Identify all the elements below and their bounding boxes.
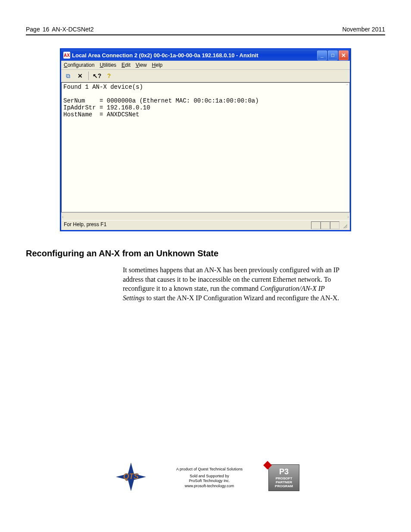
output-text: Found 1 AN-X device(s) SerNum = 0000000a… [62, 83, 349, 119]
menu-edit[interactable]: Edit [121, 62, 131, 68]
close-button[interactable]: ✕ [339, 50, 349, 60]
toolbar-separator [88, 72, 89, 80]
titlebar[interactable]: AX Local Area Connection 2 (0x2) 00-0c-1… [61, 50, 350, 61]
status-pane [311, 221, 321, 229]
menubar: Configuration Utilities Edit View Help [61, 61, 350, 70]
footer-line: www.prosoft-technology.com [176, 484, 243, 489]
scroll-left-icon[interactable]: ‹ [62, 214, 64, 219]
page-label: Page [26, 26, 40, 33]
app-window: AX Local Area Connection 2 (0x2) 00-0c-1… [60, 48, 351, 231]
scroll-right-icon[interactable]: › [347, 214, 349, 219]
doc-title: AN-X-DCSNet2 [52, 26, 93, 33]
app-icon: AX [63, 52, 70, 59]
footer-text: A product of Quest Technical Solutions S… [176, 467, 243, 489]
page-number: 16 [43, 26, 50, 33]
horizontal-scrollbar[interactable]: ‹ › [61, 212, 350, 220]
page-date: November 2011 [342, 26, 385, 33]
window-title: Local Area Connection 2 (0x2) 00-0c-1a-0… [72, 52, 315, 59]
menu-configuration[interactable]: Configuration [64, 62, 94, 68]
para-text: to start the AN-X IP Configuration Wizar… [145, 294, 339, 302]
menu-utilities[interactable]: Utilities [100, 62, 116, 68]
qts-logo: QTS [112, 462, 150, 494]
prosoft-partner-logo: P3 PROSOFT PARTNER PROGRAM [268, 464, 299, 491]
section-heading: Reconfiguring an AN-X from an Unknown St… [26, 249, 385, 258]
status-pane [321, 221, 330, 229]
minimize-button[interactable]: _ [317, 50, 327, 60]
maximize-button[interactable]: □ [328, 50, 338, 60]
copy-icon[interactable]: ⧉ [63, 71, 73, 81]
footer-line: A product of Quest Technical Solutions [176, 467, 243, 472]
toolbar: ⧉ ✕ ↖? ? [61, 70, 350, 82]
statusbar: For Help, press F1 [61, 220, 350, 230]
context-help-icon[interactable]: ↖? [92, 71, 102, 81]
diamond-icon [263, 461, 272, 470]
delete-icon[interactable]: ✕ [75, 71, 85, 81]
help-icon[interactable]: ? [104, 71, 114, 81]
output-pane[interactable]: Found 1 AN-X device(s) SerNum = 0000000a… [61, 82, 350, 212]
menu-help[interactable]: Help [152, 62, 163, 68]
menu-view[interactable]: View [136, 62, 147, 68]
scroll-up-icon[interactable]: ˄ [346, 84, 349, 90]
body-paragraph: It sometimes happens that an AN-X has be… [123, 265, 342, 302]
footer-line: Sold and Supported by [176, 474, 243, 479]
page-footer: QTS A product of Quest Technical Solutio… [26, 462, 385, 494]
svg-text:QTS: QTS [123, 473, 139, 481]
statusbar-text: For Help, press F1 [64, 221, 311, 229]
page-header: Page 16 AN-X-DCSNet2 November 2011 [26, 26, 385, 35]
resize-grip-icon[interactable] [340, 221, 347, 228]
footer-line: ProSoft Technology Inc. [176, 479, 243, 484]
status-pane [330, 221, 339, 229]
